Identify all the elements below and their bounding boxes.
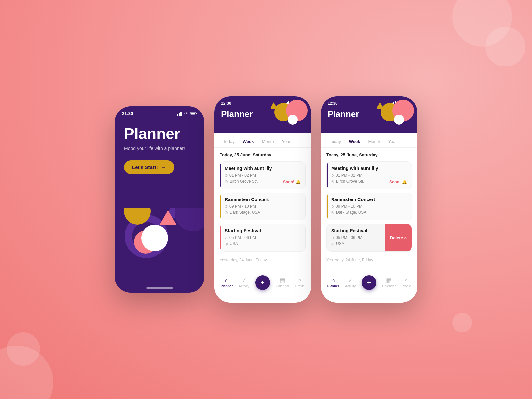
home-indicator-3 [356, 297, 382, 299]
phone-app-2: 12:30 [214, 96, 311, 303]
clock-icon-concert-2: ⊙ [225, 204, 228, 209]
clock-icon-meeting-2: ⊙ [225, 173, 228, 178]
header-triangle-3 [377, 102, 384, 109]
events-list-2: Today, 25 June, Saturday Meeting with au… [214, 148, 311, 272]
time-2: 12:30 [221, 101, 231, 106]
home-indicator-2 [249, 297, 276, 299]
event-location-meeting-2: ◎ Birch Grove Str. [225, 179, 258, 184]
event-name-concert-2: Rammstein Concert [225, 197, 301, 202]
tab-today-3[interactable]: Today [326, 136, 344, 147]
shape-tri-pink [160, 210, 176, 225]
header-circle-white [288, 115, 298, 125]
nav-tabs-2: Today Week Month Year [214, 133, 311, 148]
event-location-festival-3: ◎ USA [331, 241, 384, 246]
event-meeting-2[interactable]: Meeting with aunt lily ⊙ 01 PM - 02 PM ◎… [220, 161, 306, 189]
nav-plus-3[interactable]: + [362, 275, 376, 290]
event-meeting-3[interactable]: Meeting with aunt lily ⊙ 01 PM - 02 PM ◎… [326, 161, 412, 189]
event-location-concert-3: ◎ Dark Stage, USA [331, 210, 407, 215]
nav-profile-3[interactable]: ⚬ Profile [402, 277, 411, 288]
clock-icon-concert-3: ⊙ [331, 204, 334, 209]
phone-splash: 21:30 [115, 106, 204, 293]
event-time-concert-2: ⊙ 09 PM - 10 PM [225, 204, 301, 209]
nav-plus-2[interactable]: + [255, 275, 270, 290]
nav-activity-2[interactable]: ✓ Activity [239, 277, 249, 288]
pin-icon-meeting-3: ◎ [331, 179, 334, 184]
header-deco-2 [271, 96, 311, 133]
nav-activity-3[interactable]: ✓ Activity [345, 277, 356, 288]
svg-point-4 [186, 115, 187, 115]
home-indicator-1 [146, 287, 173, 289]
header-circle-white-3 [394, 115, 404, 125]
yesterday-label-2: Yesterday, 24 June, Friday [220, 255, 306, 264]
home-icon-3: ⌂ [332, 277, 335, 283]
nav-tabs-3: Today Week Month Year [321, 133, 417, 148]
event-name-concert-3: Rammstein Concert [331, 197, 407, 202]
nav-calendar-3[interactable]: ▦ Calendar [382, 277, 396, 288]
tab-year-2[interactable]: Year [279, 136, 294, 147]
header-triangle [271, 102, 278, 109]
nav-planner-2[interactable]: ⌂ Planner [221, 277, 233, 288]
yesterday-label-3: Yesterday, 24 June, Friday [326, 255, 412, 264]
start-button[interactable]: Let's Start! → [124, 160, 174, 174]
nav-calendar-2[interactable]: ▦ Calendar [276, 277, 289, 288]
app-header-3: 12:30 [321, 96, 417, 133]
event-location-meeting-3: ◎ Birch Grove Str. [331, 179, 364, 184]
clock-icon-festival-3: ⊙ [331, 236, 334, 240]
event-location-festival-2: ◎ USA [225, 241, 301, 246]
battery-icon-1 [190, 112, 197, 116]
splash-shapes [115, 208, 204, 285]
soon-badge-3: Soon! 🔔 [389, 180, 407, 184]
time-1: 21:30 [122, 111, 133, 116]
event-name-meeting-3: Meeting with aunt lily [331, 166, 407, 171]
event-footer-meeting-2: ◎ Birch Grove Str. Soon! 🔔 [225, 179, 301, 185]
date-header-3: Today, 25 June, Saturday [326, 152, 412, 157]
soon-badge-2: Soon! 🔔 [283, 180, 301, 184]
tab-month-3[interactable]: Month [365, 136, 383, 147]
event-festival-2[interactable]: Starting Festival ⊙ 05 PM - 06 PM ◎ USA [220, 224, 306, 252]
header-deco-3 [377, 96, 417, 133]
svg-rect-3 [181, 112, 182, 116]
clock-icon-festival-2: ⊙ [225, 236, 228, 240]
pin-icon-meeting-2: ◎ [225, 179, 228, 184]
shape-white-circle [141, 225, 168, 251]
event-time-concert-3: ⊙ 09 PM - 10 PM [331, 204, 407, 209]
tab-week-3[interactable]: Week [346, 136, 364, 147]
delete-button[interactable]: Delete × [385, 224, 412, 251]
profile-icon-3: ⚬ [404, 277, 409, 283]
tab-year-3[interactable]: Year [385, 136, 400, 147]
svg-rect-7 [191, 113, 195, 114]
pin-icon-concert-3: ◎ [331, 210, 334, 215]
bottom-nav-3: ⌂ Planner ✓ Activity + ▦ Calendar ⚬ Prof… [321, 272, 417, 295]
svg-rect-0 [177, 114, 178, 116]
bg-decoration-4 [7, 332, 40, 366]
splash-subtitle: Mood your life with a planner! [124, 146, 185, 151]
calendar-icon-2: ▦ [280, 277, 285, 283]
event-concert-2[interactable]: Rammstein Concert ⊙ 09 PM - 10 PM ◎ Dark… [220, 193, 306, 220]
bottom-nav-2: ⌂ Planner ✓ Activity + ▦ Calendar ⚬ Prof… [214, 272, 311, 295]
event-name-festival-2: Starting Festival [225, 228, 301, 233]
tab-today-2[interactable]: Today [220, 136, 238, 147]
event-time-festival-3: ⊙ 05 PM - 06 PM [331, 235, 384, 240]
tab-week-2[interactable]: Week [239, 136, 257, 147]
check-icon-2: ✓ [242, 277, 247, 283]
pin-icon-festival-3: ◎ [331, 242, 334, 246]
event-concert-3[interactable]: Rammstein Concert ⊙ 09 PM - 10 PM ◎ Dark… [326, 193, 412, 220]
event-footer-meeting-3: ◎ Birch Grove Str. Soon! 🔔 [331, 179, 407, 185]
date-header-2: Today, 25 June, Saturday [220, 152, 306, 157]
event-festival-3[interactable]: Starting Festival ⊙ 05 PM - 06 PM ◎ USA … [326, 224, 412, 252]
event-name-meeting-2: Meeting with aunt lily [225, 166, 301, 171]
pin-icon-concert-2: ◎ [225, 210, 228, 215]
splash-title: Planner [124, 125, 180, 142]
event-time-meeting-3: ⊙ 01 PM - 02 PM [331, 173, 407, 178]
phones-container: 21:30 [115, 96, 417, 303]
bell-icon-3: 🔔 [402, 180, 407, 184]
time-3: 12:30 [328, 101, 338, 106]
nav-profile-2[interactable]: ⚬ Profile [295, 277, 305, 288]
svg-rect-6 [196, 113, 197, 114]
event-name-festival-3: Starting Festival [331, 228, 384, 233]
tab-month-2[interactable]: Month [258, 136, 277, 147]
calendar-icon-3: ▦ [386, 277, 392, 283]
clock-icon-meeting-3: ⊙ [331, 173, 334, 178]
event-time-meeting-2: ⊙ 01 PM - 02 PM [225, 173, 301, 178]
nav-planner-3[interactable]: ⌂ Planner [327, 277, 339, 288]
